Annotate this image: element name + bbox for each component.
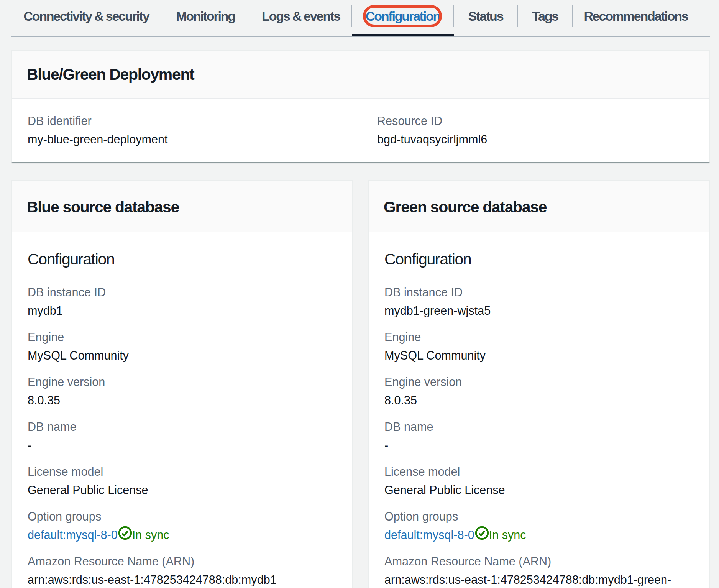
rds-blue-green-deployment-configuration: Connectivity & security Monitoring Logs …	[0, 0, 719, 588]
tabs: Connectivity & security Monitoring Logs …	[11, 0, 710, 37]
blue-green-deployment: Blue/Green Deployment DB identifier my-b…	[11, 50, 710, 162]
tab-status[interactable]: Status	[454, 0, 517, 32]
tab-recommendations[interactable]: Recommendations	[573, 0, 699, 32]
tab-monitoring[interactable]: Monitoring	[161, 0, 250, 32]
option-group-link-green[interactable]: default:mysql-8-0	[384, 526, 474, 544]
source-databases: Blue source database Configuration DB in…	[11, 180, 710, 588]
blue-source-database: Blue source database Configuration DB in…	[11, 180, 353, 588]
tab-configuration[interactable]: Configuration	[352, 0, 454, 32]
tab-connectivity[interactable]: Connectivity & security	[11, 0, 161, 32]
tab-logs[interactable]: Logs & events	[250, 0, 352, 32]
option-group-link-blue[interactable]: default:mysql-8-0	[28, 526, 118, 544]
green-source-database: Green source database Configuration DB i…	[368, 180, 710, 588]
tab-tags[interactable]: Tags	[517, 0, 573, 32]
